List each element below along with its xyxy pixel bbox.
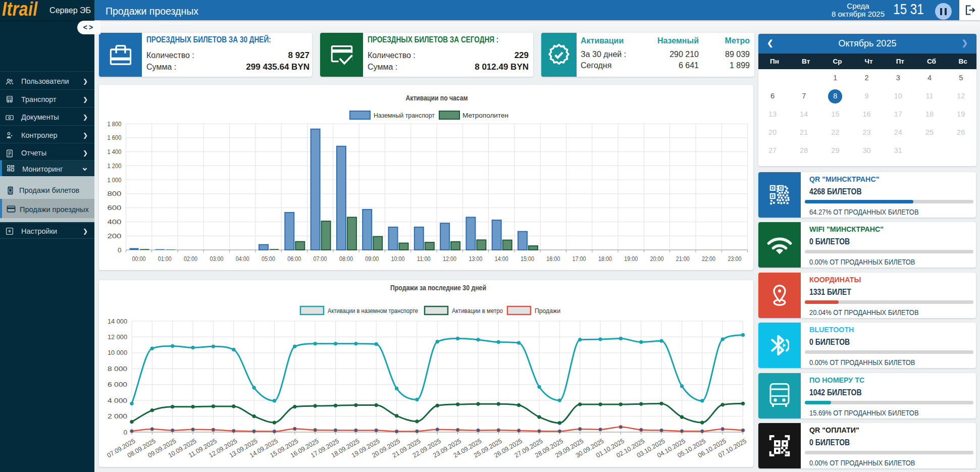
svg-text:19:00: 19:00 [624,255,638,263]
svg-text:Активации в метро: Активации в метро [452,307,503,314]
svg-text:200: 200 [107,232,121,240]
svg-text:20:00: 20:00 [650,255,664,263]
svg-text:1 400: 1 400 [107,148,121,155]
svg-text:09:00: 09:00 [365,255,379,263]
svg-text:Продажи за последние 30 дней: Продажи за последние 30 дней [390,284,486,292]
svg-text:13:00: 13:00 [469,255,482,263]
svg-text:Продажи: Продажи [535,307,560,314]
svg-text:16:00: 16:00 [546,255,560,263]
svg-text:1 800: 1 800 [107,120,121,128]
svg-text:6 000: 6 000 [108,381,127,388]
svg-text:800: 800 [107,190,121,197]
svg-text:22:00: 22:00 [702,255,715,263]
svg-text:17:00: 17:00 [573,255,586,263]
svg-text:21:00: 21:00 [676,255,690,263]
svg-text:4 000: 4 000 [108,397,127,404]
svg-text:0: 0 [123,429,127,436]
svg-text:11:00: 11:00 [417,255,431,263]
svg-text:06:00: 06:00 [287,255,301,263]
svg-text:02:00: 02:00 [184,255,197,263]
svg-text:08:00: 08:00 [339,255,353,263]
svg-text:Активации по часам: Активации по часам [406,94,468,102]
svg-text:8 000: 8 000 [108,365,127,373]
svg-text:10:00: 10:00 [391,255,405,263]
svg-text:15:00: 15:00 [521,255,534,263]
svg-text:05:00: 05:00 [262,255,275,263]
svg-text:1 200: 1 200 [107,162,121,170]
svg-text:23:00: 23:00 [728,255,741,263]
svg-text:Метрополитен: Метрополитен [462,112,508,119]
svg-text:0: 0 [118,246,122,254]
svg-text:600: 600 [107,204,121,212]
svg-text:400: 400 [107,218,121,226]
svg-text:14:00: 14:00 [495,255,508,263]
svg-text:18:00: 18:00 [598,255,612,263]
svg-text:07:00: 07:00 [314,255,327,263]
svg-text:00:00: 00:00 [132,255,146,263]
svg-text:Наземный транспорт: Наземный транспорт [374,112,435,119]
svg-text:10 000: 10 000 [108,349,127,356]
svg-text:2 000: 2 000 [108,412,127,420]
svg-text:Активации в наземном транспорт: Активации в наземном транспорте [328,307,418,314]
svg-text:1 600: 1 600 [107,134,121,141]
svg-text:01:00: 01:00 [158,255,172,263]
svg-text:1 000: 1 000 [107,176,121,184]
svg-text:12 000: 12 000 [108,333,127,341]
svg-text:12:00: 12:00 [443,255,456,263]
svg-text:04:00: 04:00 [236,255,249,263]
svg-text:03:00: 03:00 [210,255,223,263]
svg-text:14 000: 14 000 [108,318,127,325]
